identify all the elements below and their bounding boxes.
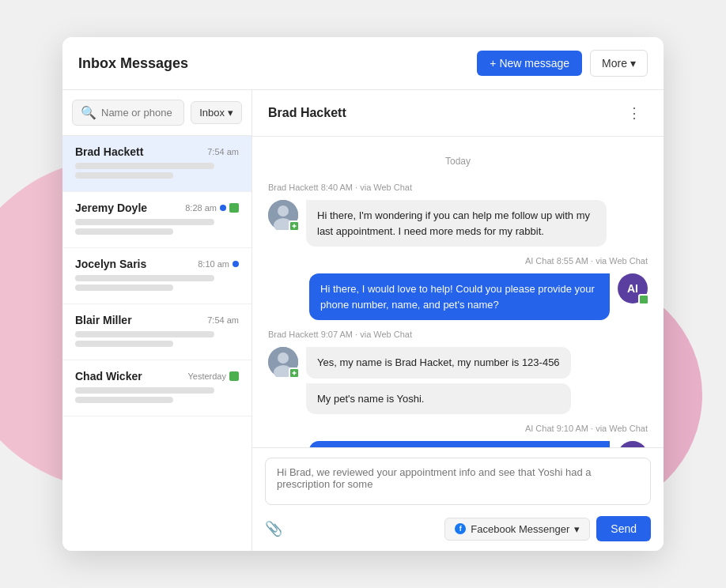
new-message-button[interactable]: + New message: [477, 51, 582, 76]
message-group-3: Brad Hackett 9:07 AM · via Web Chat: [268, 330, 648, 414]
inbox-chevron-icon: ▾: [228, 107, 233, 119]
page-title: Inbox Messages: [78, 55, 188, 72]
inbox-dropdown[interactable]: Inbox ▾: [191, 101, 242, 124]
message-meta: Brad Hackett 8:40 AM · via Web Chat: [268, 183, 648, 192]
message-time: 8:55 AM · via Web Chat: [557, 256, 648, 266]
stacked-bubbles: Yes, my name is Brad Hacket, my number i…: [306, 347, 571, 414]
contact-name: Brad Hackett: [75, 145, 143, 158]
avatar-chat-badge: [289, 368, 300, 379]
message-bubble-2: My pet's name is Yoshi.: [306, 383, 571, 415]
attach-icon[interactable]: 📎: [265, 520, 282, 537]
sender-name: AI Chat: [525, 424, 554, 433]
message-time: 8:40 AM · via Web Chat: [321, 183, 412, 192]
channel-selector[interactable]: f Facebook Messenger ▾: [444, 518, 590, 541]
unread-dot: [233, 261, 239, 267]
sender-name: Brad Hackett: [268, 330, 319, 339]
chat-input-footer: 📎 f Facebook Messenger ▾ Send: [265, 516, 651, 541]
contact-header: Chad Wicker Yesterday: [75, 370, 239, 383]
contact-time: Yesterday: [187, 371, 239, 381]
message-bubble-1: Yes, my name is Brad Hacket, my number i…: [306, 347, 571, 379]
message-bubble: Hi there, I would love to help! Could yo…: [309, 273, 610, 320]
avatar-chat-badge: [289, 220, 300, 232]
more-label: More: [602, 57, 627, 70]
contact-preview2: [75, 228, 173, 235]
contact-name: Jeremy Doyle: [75, 202, 147, 214]
ai-avatar: AI: [618, 441, 648, 447]
header-actions: + New message More ▾: [477, 50, 648, 77]
message-group-1: Brad Hackett 8:40 AM · via Web Chat: [268, 183, 648, 247]
avatar: [268, 200, 298, 230]
message-time: 9:07 AM · via Web Chat: [321, 330, 412, 339]
contact-time: 7:54 am: [207, 147, 239, 156]
ai-avatar: AI: [618, 273, 648, 303]
inbox-label: Inbox: [199, 107, 225, 119]
chat-icon: [229, 371, 239, 381]
message-bubble: Thank you for providing your information…: [309, 441, 610, 447]
incoming-message: Yes, my name is Brad Hacket, my number i…: [268, 347, 648, 414]
search-icon: 🔍: [81, 105, 96, 120]
contact-item-brad-hackett[interactable]: Brad Hackett 7:54 am: [62, 136, 251, 192]
unread-dot: [220, 205, 226, 211]
contact-header: Brad Hackett 7:54 am: [75, 145, 239, 158]
contact-preview1: [75, 331, 214, 337]
contact-list: Brad Hackett 7:54 am Jeremy Doyle 8:28 a…: [62, 136, 251, 551]
svg-point-5: [278, 352, 289, 364]
chat-input-area: 📎 f Facebook Messenger ▾ Send: [252, 447, 664, 551]
contact-time: 8:28 am: [185, 203, 239, 213]
contact-name: Blair Miller: [75, 314, 132, 326]
sender-name: Brad Hackett: [268, 183, 319, 192]
facebook-icon: f: [455, 523, 466, 534]
input-right-group: f Facebook Messenger ▾ Send: [444, 516, 651, 541]
avatar: [268, 347, 298, 377]
contact-header: Jocelyn Saris 8:10 am: [75, 258, 239, 270]
contact-name: Chad Wicker: [75, 370, 142, 383]
svg-point-1: [278, 205, 289, 217]
contact-item-chad-wicker[interactable]: Chad Wicker Yesterday: [62, 360, 251, 416]
message-meta: AI Chat 8:55 AM · via Web Chat: [268, 256, 648, 266]
channel-chevron-icon: ▾: [574, 523, 580, 535]
sidebar: 🔍 Inbox ▾ Brad Hackett 7:54 am: [62, 90, 252, 551]
contact-time: 7:54 am: [207, 315, 239, 325]
contact-header: Jeremy Doyle 8:28 am: [75, 202, 239, 214]
outgoing-message: Hi there, I would love to help! Could yo…: [268, 273, 648, 320]
chat-more-dots[interactable]: ⋮: [621, 101, 648, 125]
search-box[interactable]: 🔍: [72, 100, 184, 126]
app-window: Inbox Messages + New message More ▾ 🔍 In…: [62, 37, 664, 551]
contact-preview2: [75, 341, 173, 347]
chat-header: Brad Hackett ⋮: [252, 90, 664, 137]
search-input[interactable]: [101, 107, 176, 119]
send-button[interactable]: Send: [596, 516, 651, 541]
messages-area: Today Brad Hackett 8:40 AM · via Web Cha…: [252, 137, 664, 447]
message-group-2: AI Chat 8:55 AM · via Web Chat Hi there,…: [268, 256, 648, 320]
contact-name: Jocelyn Saris: [75, 258, 146, 270]
header-bar: Inbox Messages + New message More ▾: [62, 37, 664, 90]
contact-item-blair-miller[interactable]: Blair Miller 7:54 am: [62, 304, 251, 360]
more-chevron-icon: ▾: [630, 57, 636, 70]
contact-preview1: [75, 219, 214, 225]
contact-time: 8:10 am: [198, 259, 239, 269]
message-time: 9:10 AM · via Web Chat: [557, 424, 648, 433]
ai-chat-badge: [638, 294, 649, 305]
message-bubble: Hi there, I'm wondering if you can help …: [306, 200, 607, 247]
chat-panel: Brad Hackett ⋮ Today Brad Hackett 8:40 A…: [252, 90, 664, 551]
contact-preview1: [75, 275, 214, 281]
date-divider: Today: [268, 156, 648, 167]
message-meta: AI Chat 9:10 AM · via Web Chat: [268, 424, 648, 433]
contact-header: Blair Miller 7:54 am: [75, 314, 239, 326]
incoming-message: Hi there, I'm wondering if you can help …: [268, 200, 648, 247]
contact-item-jocelyn-saris[interactable]: Jocelyn Saris 8:10 am: [62, 248, 251, 304]
channel-label: Facebook Messenger: [471, 523, 569, 535]
contact-preview1: [75, 387, 214, 394]
sidebar-search-row: 🔍 Inbox ▾: [62, 90, 251, 136]
contact-preview2: [75, 397, 173, 403]
main-content: 🔍 Inbox ▾ Brad Hackett 7:54 am: [62, 90, 664, 551]
message-group-4: AI Chat 9:10 AM · via Web Chat Thank you…: [268, 424, 648, 447]
more-button[interactable]: More ▾: [590, 50, 648, 77]
sender-name: AI Chat: [525, 256, 554, 266]
contact-item-jeremy-doyle[interactable]: Jeremy Doyle 8:28 am: [62, 192, 251, 248]
contact-preview2: [75, 285, 173, 291]
chat-icon: [229, 203, 239, 213]
outgoing-message: Thank you for providing your information…: [268, 441, 648, 447]
contact-preview2: [75, 172, 173, 179]
chat-input[interactable]: [265, 458, 651, 505]
